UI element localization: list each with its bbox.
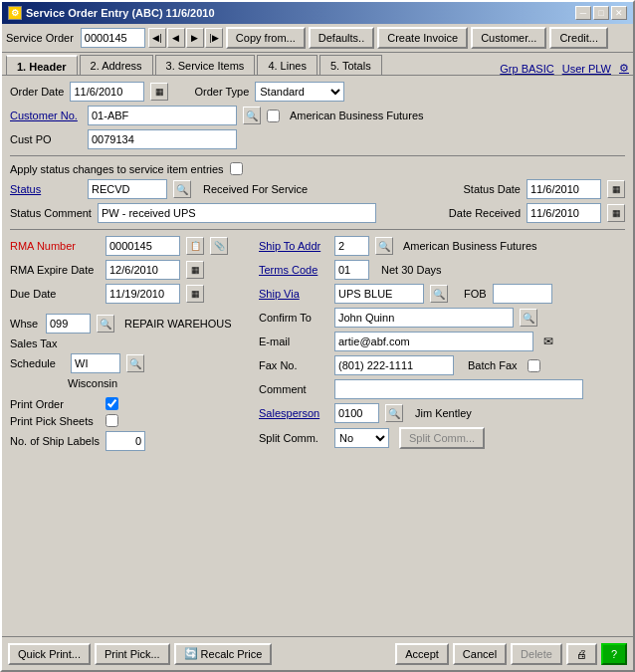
status-date-label: Status Date [464,183,521,195]
customer-name: American Business Futures [290,110,424,121]
email-send-icon[interactable]: ✉ [543,335,553,348]
due-date-calendar[interactable]: ▦ [186,285,204,303]
settings-icon[interactable]: ⚙ [619,62,629,75]
whse-search-button[interactable]: 🔍 [97,315,114,333]
tab-address[interactable]: 2. Address [80,55,153,75]
print-order-checkbox[interactable] [106,397,118,410]
help-button[interactable]: ? [601,643,627,665]
terms-code-label[interactable]: Terms Code [259,264,328,276]
customer-no-input[interactable] [88,106,237,125]
confirm-to-search[interactable]: 🔍 [520,309,537,327]
order-date-row: Order Date ▦ Order Type Standard Rush Wa… [10,82,625,102]
ship-to-addr-search[interactable]: 🔍 [375,237,393,255]
order-date-input[interactable] [70,82,144,102]
email-input[interactable] [334,332,533,351]
split-comm-label: Split Comm. [259,432,328,444]
app-icon: ⚙ [8,6,22,20]
whse-input[interactable] [46,314,91,334]
apply-status-checkbox[interactable] [230,162,243,175]
ship-via-input[interactable] [334,284,424,304]
ship-via-search[interactable]: 🔍 [430,285,448,303]
fob-label: FOB [464,288,487,300]
schedule-search-button[interactable]: 🔍 [126,354,144,372]
status-comment-input[interactable] [98,203,376,223]
print-pick-checkbox[interactable] [106,414,118,427]
accept-button[interactable]: Accept [395,643,449,665]
status-date-calendar[interactable]: ▦ [607,180,625,198]
split-comm-button[interactable]: Split Comm... [399,427,485,449]
ship-labels-row: No. of Ship Labels [10,431,249,451]
right-column: Ship To Addr 🔍 American Business Futures… [259,236,625,455]
copy-from-button[interactable]: Copy from... [226,27,306,49]
schedule-name: Wisconsin [68,377,117,389]
cust-po-input[interactable] [88,129,237,149]
window-title: Service Order Entry (ABC) 11/6/2010 [26,7,215,19]
print-pick-button[interactable]: Print Pick... [95,643,170,665]
rma-calendar-button[interactable]: 📋 [186,237,204,255]
fax-no-input[interactable] [334,355,454,375]
minimize-button[interactable]: ─ [575,6,591,20]
customer-button[interactable]: Customer... [471,27,546,49]
maximize-button[interactable]: □ [593,6,609,20]
ship-to-addr-label[interactable]: Ship To Addr [259,240,328,252]
customer-search-button[interactable]: 🔍 [243,107,261,124]
nav-last-button[interactable]: |▶ [205,28,223,48]
cancel-button[interactable]: Cancel [453,643,507,665]
batch-fax-checkbox[interactable] [528,359,540,372]
status-date-input[interactable] [527,179,601,199]
print-pick-label: Print Pick Sheets [10,415,100,427]
status-input[interactable] [88,179,167,199]
fob-input[interactable] [493,284,552,304]
credit-button[interactable]: Credit... [549,27,608,49]
schedule-input[interactable] [71,353,120,373]
salesperson-input[interactable] [334,403,379,423]
schedule-label: Schedule [10,357,65,369]
recalc-price-button[interactable]: 🔄 Recalc Price [174,643,273,665]
salesperson-search[interactable]: 🔍 [385,404,403,422]
rma-number-input[interactable] [106,236,180,256]
date-received-input[interactable] [527,203,601,223]
close-button[interactable]: ✕ [611,6,627,20]
ship-via-label[interactable]: Ship Via [259,288,328,300]
ship-to-addr-input[interactable] [334,236,369,256]
service-order-label: Service Order [6,32,74,44]
defaults-button[interactable]: Defaults.. [309,27,374,49]
customer-no-label[interactable]: Customer No. [10,110,82,121]
comment-input[interactable] [334,379,583,399]
rma-attach-button[interactable]: 📎 [210,237,228,255]
print-button[interactable]: 🖨 [566,643,597,665]
quick-print-button[interactable]: Quick Print... [8,643,91,665]
salesperson-label[interactable]: Salesperson [259,407,328,419]
nav-prev-button[interactable]: ◀ [167,28,185,48]
split-comm-select[interactable]: No Yes [334,428,389,448]
create-invoice-button[interactable]: Create Invoice [377,27,468,49]
confirm-to-input[interactable] [334,308,514,328]
tab-header[interactable]: 1. Header [6,55,78,76]
due-date-row: Due Date ▦ [10,284,249,304]
rma-expire-calendar[interactable]: ▦ [186,261,204,279]
nav-next-button[interactable]: ▶ [186,28,204,48]
date-received-calendar[interactable]: ▦ [607,204,625,222]
status-label[interactable]: Status [10,183,82,195]
service-order-input[interactable] [81,28,145,48]
order-date-calendar-button[interactable]: ▦ [150,83,168,101]
ship-labels-input[interactable] [106,431,145,451]
user-plw-link[interactable]: User PLW [562,63,611,75]
split-comm-row: Split Comm. No Yes Split Comm... [259,427,625,449]
order-type-select[interactable]: Standard Rush Warranty [255,82,344,102]
order-type-label: Order Type [194,86,249,98]
nav-first-button[interactable]: ◀| [148,28,166,48]
tab-lines[interactable]: 4. Lines [257,55,318,75]
tab-totals[interactable]: 5. Totals [319,55,382,75]
customer-no-row: Customer No. 🔍 American Business Futures [10,106,625,125]
delete-button[interactable]: Delete [511,643,562,665]
rma-expire-input[interactable] [106,260,180,280]
status-search-button[interactable]: 🔍 [173,180,191,198]
grp-basic-link[interactable]: Grp BASIC [500,63,553,75]
two-col-section: RMA Number 📋 📎 RMA Expire Date ▦ Due Dat… [10,236,625,455]
terms-code-input[interactable] [334,260,369,280]
customer-checkbox[interactable] [267,110,280,122]
email-row: E-mail ✉ [259,332,625,351]
due-date-input[interactable] [106,284,180,304]
tab-service-items[interactable]: 3. Service Items [155,55,256,75]
